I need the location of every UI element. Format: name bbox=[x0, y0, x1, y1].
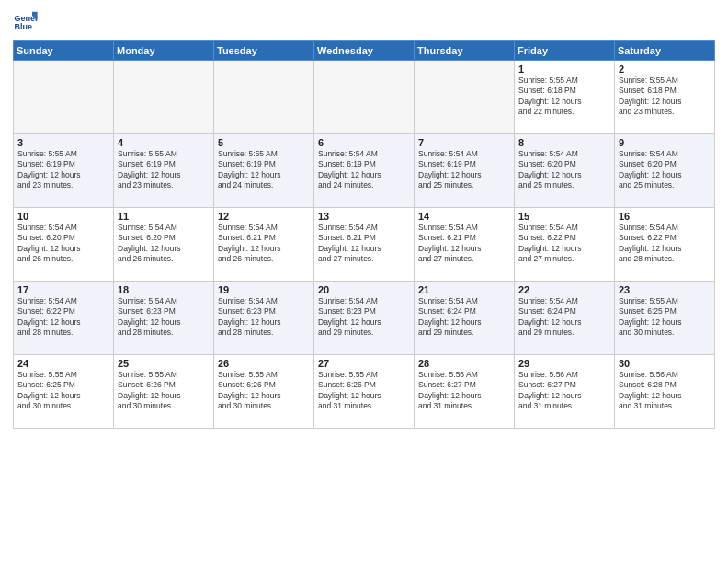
day-number: 21 bbox=[418, 284, 510, 295]
calendar-cell: 6Sunrise: 5:54 AM Sunset: 6:19 PM Daylig… bbox=[314, 134, 415, 208]
calendar-cell: 9Sunrise: 5:54 AM Sunset: 6:20 PM Daylig… bbox=[615, 134, 715, 208]
day-number: 29 bbox=[518, 358, 610, 369]
logo-icon: General Blue bbox=[13, 9, 39, 35]
calendar-cell: 30Sunrise: 5:56 AM Sunset: 6:28 PM Dayli… bbox=[615, 355, 715, 429]
calendar: SundayMondayTuesdayWednesdayThursdayFrid… bbox=[13, 40, 715, 429]
header: General Blue bbox=[13, 9, 715, 35]
svg-text:Blue: Blue bbox=[14, 22, 32, 31]
cell-info: Sunrise: 5:55 AM Sunset: 6:25 PM Dayligh… bbox=[17, 370, 109, 412]
day-number: 9 bbox=[619, 137, 711, 148]
weekday-sunday: Sunday bbox=[14, 41, 114, 61]
cell-info: Sunrise: 5:55 AM Sunset: 6:18 PM Dayligh… bbox=[518, 75, 610, 118]
day-number: 27 bbox=[318, 358, 410, 369]
day-number: 14 bbox=[418, 211, 510, 222]
calendar-cell: 15Sunrise: 5:54 AM Sunset: 6:22 PM Dayli… bbox=[515, 208, 615, 282]
day-number: 11 bbox=[118, 211, 210, 222]
cell-info: Sunrise: 5:54 AM Sunset: 6:20 PM Dayligh… bbox=[118, 223, 210, 265]
weekday-friday: Friday bbox=[515, 41, 615, 61]
cell-info: Sunrise: 5:55 AM Sunset: 6:26 PM Dayligh… bbox=[118, 370, 210, 412]
cell-info: Sunrise: 5:55 AM Sunset: 6:26 PM Dayligh… bbox=[318, 370, 410, 412]
calendar-cell bbox=[214, 61, 314, 134]
cell-info: Sunrise: 5:54 AM Sunset: 6:23 PM Dayligh… bbox=[218, 296, 310, 339]
calendar-cell: 18Sunrise: 5:54 AM Sunset: 6:23 PM Dayli… bbox=[114, 282, 214, 355]
day-number: 18 bbox=[118, 284, 210, 295]
calendar-cell: 2Sunrise: 5:55 AM Sunset: 6:18 PM Daylig… bbox=[615, 61, 715, 134]
week-row-3: 10Sunrise: 5:54 AM Sunset: 6:20 PM Dayli… bbox=[14, 208, 715, 282]
cell-info: Sunrise: 5:54 AM Sunset: 6:21 PM Dayligh… bbox=[318, 223, 410, 265]
calendar-cell: 1Sunrise: 5:55 AM Sunset: 6:18 PM Daylig… bbox=[515, 61, 615, 134]
day-number: 1 bbox=[518, 63, 610, 75]
weekday-tuesday: Tuesday bbox=[214, 41, 314, 61]
calendar-cell bbox=[114, 61, 214, 134]
cell-info: Sunrise: 5:54 AM Sunset: 6:22 PM Dayligh… bbox=[17, 296, 109, 339]
calendar-cell: 17Sunrise: 5:54 AM Sunset: 6:22 PM Dayli… bbox=[14, 282, 114, 355]
calendar-cell: 12Sunrise: 5:54 AM Sunset: 6:21 PM Dayli… bbox=[214, 208, 314, 282]
calendar-cell: 21Sunrise: 5:54 AM Sunset: 6:24 PM Dayli… bbox=[415, 282, 515, 355]
calendar-cell: 14Sunrise: 5:54 AM Sunset: 6:21 PM Dayli… bbox=[415, 208, 515, 282]
calendar-cell: 7Sunrise: 5:54 AM Sunset: 6:19 PM Daylig… bbox=[415, 134, 515, 208]
weekday-monday: Monday bbox=[114, 41, 214, 61]
weekday-saturday: Saturday bbox=[615, 41, 715, 61]
calendar-cell: 16Sunrise: 5:54 AM Sunset: 6:22 PM Dayli… bbox=[615, 208, 715, 282]
day-number: 13 bbox=[318, 211, 410, 222]
day-number: 19 bbox=[218, 284, 310, 295]
calendar-cell: 20Sunrise: 5:54 AM Sunset: 6:23 PM Dayli… bbox=[314, 282, 415, 355]
cell-info: Sunrise: 5:54 AM Sunset: 6:22 PM Dayligh… bbox=[619, 223, 711, 265]
page: General Blue SundayMondayTuesdayWednesda… bbox=[0, 0, 728, 563]
week-row-1: 1Sunrise: 5:55 AM Sunset: 6:18 PM Daylig… bbox=[14, 61, 715, 134]
calendar-cell: 8Sunrise: 5:54 AM Sunset: 6:20 PM Daylig… bbox=[515, 134, 615, 208]
day-number: 5 bbox=[218, 137, 310, 148]
calendar-cell: 28Sunrise: 5:56 AM Sunset: 6:27 PM Dayli… bbox=[415, 355, 515, 429]
cell-info: Sunrise: 5:55 AM Sunset: 6:19 PM Dayligh… bbox=[17, 149, 109, 191]
day-number: 8 bbox=[518, 137, 610, 148]
calendar-cell bbox=[14, 61, 114, 134]
cell-info: Sunrise: 5:56 AM Sunset: 6:27 PM Dayligh… bbox=[418, 370, 510, 412]
calendar-cell: 11Sunrise: 5:54 AM Sunset: 6:20 PM Dayli… bbox=[114, 208, 214, 282]
cell-info: Sunrise: 5:56 AM Sunset: 6:27 PM Dayligh… bbox=[518, 370, 610, 412]
day-number: 4 bbox=[118, 137, 210, 148]
calendar-cell: 23Sunrise: 5:55 AM Sunset: 6:25 PM Dayli… bbox=[615, 282, 715, 355]
day-number: 28 bbox=[418, 358, 510, 369]
cell-info: Sunrise: 5:54 AM Sunset: 6:20 PM Dayligh… bbox=[518, 149, 610, 191]
week-row-4: 17Sunrise: 5:54 AM Sunset: 6:22 PM Dayli… bbox=[14, 282, 715, 355]
day-number: 3 bbox=[17, 137, 109, 148]
day-number: 26 bbox=[218, 358, 310, 369]
day-number: 22 bbox=[518, 284, 610, 295]
cell-info: Sunrise: 5:55 AM Sunset: 6:18 PM Dayligh… bbox=[619, 75, 711, 118]
cell-info: Sunrise: 5:54 AM Sunset: 6:19 PM Dayligh… bbox=[418, 149, 510, 191]
weekday-header-row: SundayMondayTuesdayWednesdayThursdayFrid… bbox=[14, 41, 715, 61]
day-number: 16 bbox=[619, 211, 711, 222]
weekday-thursday: Thursday bbox=[415, 41, 515, 61]
day-number: 30 bbox=[619, 358, 711, 369]
cell-info: Sunrise: 5:54 AM Sunset: 6:23 PM Dayligh… bbox=[318, 296, 410, 339]
week-row-5: 24Sunrise: 5:55 AM Sunset: 6:25 PM Dayli… bbox=[14, 355, 715, 429]
cell-info: Sunrise: 5:55 AM Sunset: 6:19 PM Dayligh… bbox=[218, 149, 310, 191]
weekday-wednesday: Wednesday bbox=[314, 41, 415, 61]
day-number: 10 bbox=[17, 211, 109, 222]
calendar-cell: 29Sunrise: 5:56 AM Sunset: 6:27 PM Dayli… bbox=[515, 355, 615, 429]
day-number: 17 bbox=[17, 284, 109, 295]
logo: General Blue bbox=[13, 9, 42, 35]
calendar-cell: 19Sunrise: 5:54 AM Sunset: 6:23 PM Dayli… bbox=[214, 282, 314, 355]
day-number: 2 bbox=[619, 63, 711, 75]
day-number: 15 bbox=[518, 211, 610, 222]
cell-info: Sunrise: 5:54 AM Sunset: 6:23 PM Dayligh… bbox=[118, 296, 210, 339]
day-number: 20 bbox=[318, 284, 410, 295]
cell-info: Sunrise: 5:56 AM Sunset: 6:28 PM Dayligh… bbox=[619, 370, 711, 412]
calendar-cell bbox=[314, 61, 415, 134]
cell-info: Sunrise: 5:54 AM Sunset: 6:24 PM Dayligh… bbox=[518, 296, 610, 339]
cell-info: Sunrise: 5:54 AM Sunset: 6:19 PM Dayligh… bbox=[318, 149, 410, 191]
calendar-cell: 26Sunrise: 5:55 AM Sunset: 6:26 PM Dayli… bbox=[214, 355, 314, 429]
calendar-cell: 25Sunrise: 5:55 AM Sunset: 6:26 PM Dayli… bbox=[114, 355, 214, 429]
cell-info: Sunrise: 5:55 AM Sunset: 6:26 PM Dayligh… bbox=[218, 370, 310, 412]
cell-info: Sunrise: 5:54 AM Sunset: 6:20 PM Dayligh… bbox=[17, 223, 109, 265]
day-number: 6 bbox=[318, 137, 410, 148]
day-number: 7 bbox=[418, 137, 510, 148]
calendar-cell: 3Sunrise: 5:55 AM Sunset: 6:19 PM Daylig… bbox=[14, 134, 114, 208]
day-number: 23 bbox=[619, 284, 711, 295]
calendar-cell: 13Sunrise: 5:54 AM Sunset: 6:21 PM Dayli… bbox=[314, 208, 415, 282]
cell-info: Sunrise: 5:54 AM Sunset: 6:22 PM Dayligh… bbox=[518, 223, 610, 265]
cell-info: Sunrise: 5:55 AM Sunset: 6:25 PM Dayligh… bbox=[619, 296, 711, 339]
cell-info: Sunrise: 5:54 AM Sunset: 6:20 PM Dayligh… bbox=[619, 149, 711, 191]
cell-info: Sunrise: 5:54 AM Sunset: 6:21 PM Dayligh… bbox=[218, 223, 310, 265]
